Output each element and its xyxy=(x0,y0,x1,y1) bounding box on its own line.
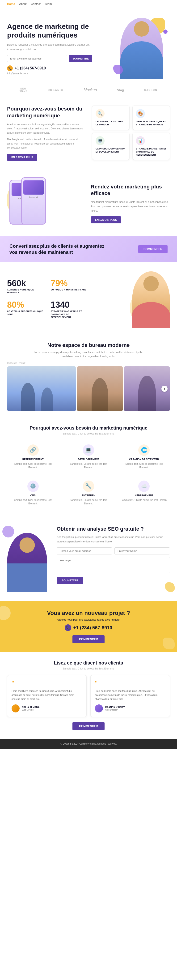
phone-label-front: Lorem sit xyxy=(29,196,38,198)
stat-number-2: 80% xyxy=(7,300,45,310)
seo-person-head xyxy=(20,538,35,553)
stat-number-0: 560k xyxy=(7,278,45,288)
why-digital-section: Pourquoi avez-vous besoin du marketing n… xyxy=(0,418,177,516)
hero-email-input[interactable] xyxy=(7,55,67,62)
hero-submit-button[interactable]: SOUMETTRE xyxy=(69,55,92,62)
phone-section-text: Rendez votre marketing plus efficace Nec… xyxy=(91,183,170,223)
np-blob-left xyxy=(0,606,11,620)
phone-section-button[interactable]: EN SAVOIR PLUS xyxy=(91,216,121,223)
stats-grid: 560k AUDIENCE NUMÉRIQUE MONDIALE 79% DU … xyxy=(7,278,88,319)
why-card-title-2: UX PRODUIT, CONCEPTION ET DÉVELOPPEMENT xyxy=(96,147,126,153)
testimonial-text-1: Proin sed libero enim sed faucibus turpi… xyxy=(95,689,166,701)
new-project-section: Vous avez un nouveau projet ? Appelez no… xyxy=(0,601,177,652)
why-desc2: Nec feugiat nisl pretium fusce id. Justo… xyxy=(7,137,85,150)
seo-form-row1 xyxy=(57,547,170,554)
author-name-1: FRANCK KINNEY xyxy=(105,706,125,709)
testimonials-title: Lisez ce que disent nos clients xyxy=(7,660,170,666)
service-desc-5: Sample text. Click to select the Test El… xyxy=(121,498,168,502)
cta-button[interactable]: COMMENCER xyxy=(138,245,168,253)
why-card-title-0: DÉCOUVREZ, EXPLOREZ LE PRODUIT xyxy=(96,120,126,126)
hero-section: Agence de marketing de produits numériqu… xyxy=(0,8,177,84)
gallery-arrow[interactable]: › xyxy=(161,386,168,392)
phone-mockups: Lorem Lorem sit xyxy=(7,177,86,229)
gallery-item-0 xyxy=(7,366,76,411)
stat-label-0: AUDIENCE NUMÉRIQUE MONDIALE xyxy=(7,288,45,294)
hero-text: Agence de marketing de produits numériqu… xyxy=(7,22,92,75)
stat-item-2: 80% CONTENUS PRODUITS CHAQUE JOUR xyxy=(7,300,45,319)
service-card-3: ⚙️ CMS Sample text. Click to select the … xyxy=(7,477,59,509)
office-gallery: › xyxy=(7,366,170,411)
why-card-1: 🎨 DIRECTION ARTISTIQUE ET STRATÉGIE DE M… xyxy=(133,105,170,130)
author-avatar-1 xyxy=(95,705,103,713)
office-section: Notre espace de bureau moderne Lorem ips… xyxy=(0,335,177,418)
phone-section: Lorem Lorem sit Rendez votre marketing p… xyxy=(0,170,177,236)
cta-banner: Convertissez plus de clients et augmente… xyxy=(0,236,177,262)
service-title-5: HÉBERGEMENT xyxy=(121,494,168,497)
new-project-button[interactable]: COMMENCER xyxy=(73,635,104,643)
seo-email-input[interactable] xyxy=(57,547,112,554)
hero-phone: +1 (234) 567-8910 xyxy=(15,66,46,70)
testimonials-button[interactable]: COMMENCER xyxy=(73,722,104,730)
service-card-2: 🌐 CRÉATION DE SITES WEB Sample text. Cli… xyxy=(118,441,170,473)
new-project-title: Vous avez un nouveau projet ? xyxy=(9,610,168,616)
testimonials-subtitle: Sample text. Click to select the Test El… xyxy=(7,667,170,670)
stat-item-3: 1340 STRATÉGIE MARKETING ET CAMPAGNES DE… xyxy=(51,300,89,319)
service-title-0: RÉFÉRENCEMENT xyxy=(9,458,56,461)
nav-team[interactable]: Team xyxy=(45,2,52,6)
why-section: Pourquoi avez-vous besoin du marketing n… xyxy=(0,96,177,170)
new-project-phone-number: +1 (234) 567-8910 xyxy=(73,625,112,630)
stats-image xyxy=(88,269,170,328)
why-card-3: 📊 STRATÉGIE MARKETING ET CAMPAGNES DE RÉ… xyxy=(133,133,170,160)
service-icon-4: 🔧 xyxy=(83,480,94,492)
author-title-1: Web Director xyxy=(105,709,125,711)
stat-item-1: 79% DU PUBLIC A MOINS DE 34 ANS xyxy=(51,278,89,294)
why-cards: 🔍 DÉCOUVREZ, EXPLOREZ LE PRODUIT 🎨 DIREC… xyxy=(92,105,170,160)
service-desc-4: Sample text. Click to select the Text El… xyxy=(65,498,112,505)
brand-organic: ORGANIC xyxy=(48,89,63,91)
office-desc: Lorem ipsum is simply dummy it is a long… xyxy=(30,350,147,358)
seo-message-input[interactable] xyxy=(57,557,170,573)
why-savoir-button[interactable]: EN SAVOIR PLUS xyxy=(7,154,37,161)
nav-about[interactable]: About xyxy=(19,2,27,6)
seo-name-input[interactable] xyxy=(114,547,170,554)
nav-contact[interactable]: Contact xyxy=(31,2,41,6)
author-avatar-0 xyxy=(11,705,20,713)
service-title-2: CRÉATION DE SITES WEB xyxy=(121,458,168,461)
why-card-title-1: DIRECTION ARTISTIQUE ET STRATÉGIE DE MAR… xyxy=(136,120,166,126)
why-card-icon-0: 🔍 xyxy=(96,109,104,118)
testimonial-card-0: " Proin sed libero enim sed faucibus tur… xyxy=(7,675,87,717)
navigation: Home About Contact Team xyxy=(0,0,177,8)
stats-section: 560k AUDIENCE NUMÉRIQUE MONDIALE 79% DU … xyxy=(0,262,177,335)
phone-section-desc: Nec feugiat nisl pretium fusce id. Justo… xyxy=(91,200,170,213)
hero-description: Delectus renespur a ne, ius de pro latam… xyxy=(7,43,92,51)
new-project-desc: Appelez nous pour une assistance rapide … xyxy=(9,618,168,621)
hero-person-figure xyxy=(120,18,163,79)
stats-person xyxy=(125,269,170,328)
stat-item-0: 560k AUDIENCE NUMÉRIQUE MONDIALE xyxy=(7,278,45,294)
phone-icon-np: 📞 xyxy=(65,624,71,631)
author-title-0: Web Director xyxy=(22,709,40,711)
nav-home[interactable]: Home xyxy=(7,2,15,6)
seo-submit-button[interactable]: SOUMETTRE xyxy=(57,577,83,584)
seo-blob-yellow xyxy=(165,582,175,592)
office-title: Notre espace de bureau moderne xyxy=(7,342,170,348)
np-blob-right xyxy=(163,638,175,649)
hero-input-row: SOUMETTRE xyxy=(7,55,92,62)
service-desc-1: Sample text. Click to select the Test El… xyxy=(65,462,112,469)
why-card-icon-2: 💻 xyxy=(96,136,104,145)
service-desc-2: Sample text. Click to select the Text El… xyxy=(121,462,168,469)
why-title: Pourquoi avez-vous besoin du marketing n… xyxy=(7,105,85,119)
person-body xyxy=(120,41,163,79)
why-card-icon-1: 🎨 xyxy=(136,109,145,118)
person-head xyxy=(134,21,149,37)
service-icon-1: 💻 xyxy=(83,444,94,456)
service-title-3: CMS xyxy=(9,494,56,497)
quote-icon-1: " xyxy=(95,679,166,687)
services-grid: 🔗 RÉFÉRENCEMENT Sample text. Click to se… xyxy=(7,441,170,509)
footer-text: © Copyright 2024 Company name. All right… xyxy=(60,743,117,745)
gallery-item-1 xyxy=(77,366,123,411)
testimonial-author-1: FRANCK KINNEY Web Director xyxy=(95,705,166,713)
hero-email: info@sample.com xyxy=(7,72,92,75)
cta-title: Convertissez plus de clients et augmente… xyxy=(9,243,109,255)
seo-title: Obtenir une analyse SEO gratuite ? xyxy=(57,526,170,533)
